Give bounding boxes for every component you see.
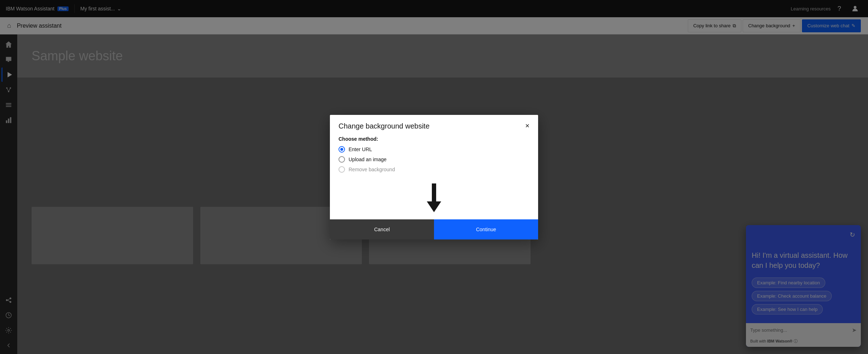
radio-label-upload-image: Upload an image [349,157,387,162]
arrow-head [427,201,441,212]
modal-continue-button[interactable]: Continue [434,219,538,239]
modal-overlay: Change background website × Choose metho… [0,0,868,354]
radio-label-enter-url: Enter URL [349,146,372,152]
radio-enter-url[interactable] [339,146,345,153]
arrow-shaft [432,183,436,201]
radio-remove-background [339,166,345,173]
radio-option-remove-background: Remove background [339,166,529,173]
arrow-illustration [339,176,529,219]
modal-body: Choose method: Enter URL Upload an image… [330,136,538,219]
modal-header: Change background website × [330,115,538,136]
choose-method-label: Choose method: [339,136,529,142]
modal-footer: Cancel Continue [330,219,538,239]
radio-upload-image[interactable] [339,156,345,163]
radio-option-upload-image[interactable]: Upload an image [339,156,529,163]
modal-cancel-button[interactable]: Cancel [330,219,434,239]
change-background-modal: Change background website × Choose metho… [330,115,538,239]
modal-close-button[interactable]: × [525,122,529,129]
arrow-container [427,183,441,212]
radio-option-enter-url[interactable]: Enter URL [339,146,529,153]
radio-label-remove-background: Remove background [349,167,395,172]
modal-title: Change background website [339,122,430,130]
